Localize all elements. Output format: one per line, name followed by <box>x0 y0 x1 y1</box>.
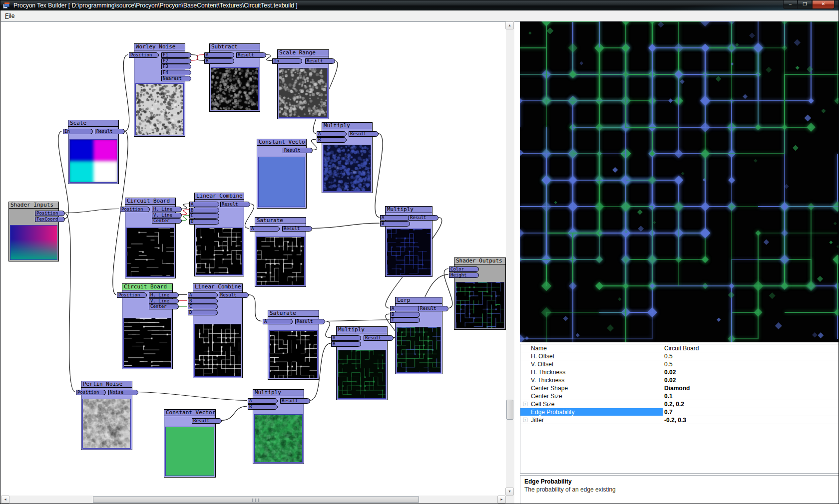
output-port-result[interactable]: Result <box>419 306 448 311</box>
output-port-result[interactable]: Result <box>283 148 313 153</box>
output-port-result[interactable]: Result <box>236 52 266 58</box>
wire-lc2-to-saturate2[interactable] <box>248 295 262 321</box>
property-value[interactable]: 0.5 <box>663 360 839 368</box>
input-port-a[interactable]: A <box>390 306 420 311</box>
node-multiply_mid[interactable]: MultiplyABResult <box>385 206 432 277</box>
input-port-a[interactable]: A <box>317 131 347 137</box>
expander-icon[interactable]: + <box>523 418 527 422</box>
input-port-b[interactable]: B <box>189 208 219 213</box>
output-port-result[interactable]: Result <box>192 418 222 424</box>
wire-lc1-to-saturate1[interactable] <box>245 204 254 229</box>
property-row-edge-probability[interactable]: Edge Probability0.7 <box>520 408 839 416</box>
wire-perlin-to-multiply_bottom[interactable] <box>138 392 247 401</box>
graph-hscrollbar[interactable]: ◄ ► <box>1 496 506 504</box>
graph-vscrollbar[interactable]: ▲ ▼ <box>506 21 514 496</box>
property-value[interactable]: 0.7 <box>663 408 839 416</box>
wire-cb1-to-lc1[interactable] <box>181 216 189 221</box>
input-port-position[interactable]: Position <box>117 292 147 298</box>
property-label[interactable]: +Cell Size <box>520 400 663 408</box>
wire-cb1-to-lc1[interactable] <box>181 210 189 215</box>
output-port-center[interactable]: Center <box>152 218 182 224</box>
node-title[interactable]: Multiply <box>322 123 372 129</box>
wire-scale-to-worley[interactable] <box>123 55 129 131</box>
node-constvec_green[interactable]: Constant VectorResult <box>164 409 216 478</box>
node-subtract[interactable]: SubtractABResult <box>209 43 260 112</box>
wire-cb1-to-lc1[interactable] <box>181 204 189 209</box>
input-port-c[interactable]: C <box>188 304 218 309</box>
node-title[interactable]: Constant Vector <box>164 410 215 416</box>
property-row-name[interactable]: NameCircuit Board <box>520 344 839 352</box>
property-label[interactable]: Center Size <box>520 392 663 400</box>
property-value[interactable]: -0.2, 0.3 <box>663 416 839 424</box>
node-scalerange[interactable]: Scale RangeInResult <box>277 49 329 119</box>
node-title[interactable]: Shader Inputs <box>9 202 58 209</box>
maximize-button[interactable]: ❐ <box>798 0 812 9</box>
menu-file[interactable]: File <box>0 10 19 21</box>
wire-saturate1-to-multiply_mid[interactable] <box>312 223 380 228</box>
input-port-a[interactable]: A <box>380 215 410 221</box>
input-port-a[interactable]: A <box>248 398 278 404</box>
property-label[interactable]: Edge Probability <box>520 408 663 416</box>
output-port-result[interactable]: Result <box>349 131 379 137</box>
property-label[interactable]: H. Offset <box>520 352 663 360</box>
output-port-result[interactable]: Result <box>282 226 312 232</box>
property-value[interactable]: 0.02 <box>663 376 839 384</box>
scroll-left-icon[interactable]: ◄ <box>1 496 9 504</box>
input-port-a[interactable]: A <box>189 202 219 207</box>
output-port-f4[interactable]: F4 <box>161 70 191 75</box>
node-graph-canvas[interactable]: Worley NoisePositionF1F2F3F4NearestSubtr… <box>1 21 506 496</box>
output-port-result[interactable]: Result <box>280 398 310 404</box>
property-row-center-shape[interactable]: Center ShapeDiamond <box>520 384 839 392</box>
output-port-result[interactable]: Result <box>409 215 438 221</box>
input-port-a[interactable]: A <box>331 335 361 341</box>
property-label[interactable]: V. Thickness <box>520 376 663 384</box>
output-port-noise[interactable]: Noise <box>108 390 138 395</box>
close-button[interactable]: ✕ <box>812 0 835 9</box>
property-value[interactable]: Diamond <box>663 384 839 392</box>
output-port-texcoord[interactable]: TexCoord <box>35 217 65 222</box>
node-title[interactable]: Circuit Board <box>122 284 172 290</box>
input-port-height[interactable]: Height <box>449 272 479 278</box>
output-port-result[interactable]: Result <box>305 58 335 64</box>
output-port-result[interactable]: Result <box>219 292 249 298</box>
output-port-position[interactable]: Position <box>35 211 65 216</box>
input-port-b[interactable]: B <box>380 221 410 227</box>
expander-icon[interactable]: + <box>523 402 527 406</box>
output-port-v-line[interactable]: V. Line <box>149 298 179 304</box>
property-row-v-thickness[interactable]: V. Thickness0.02 <box>520 376 839 384</box>
output-port-result[interactable]: Result <box>95 129 125 134</box>
wire-shaderinputs-to-scale[interactable] <box>58 131 68 219</box>
output-port-f1[interactable]: F1 <box>161 52 191 58</box>
scroll-right-icon[interactable]: ► <box>497 496 506 504</box>
input-port-a[interactable]: A <box>250 226 280 232</box>
property-value[interactable]: Circuit Board <box>663 344 839 352</box>
input-port-d[interactable]: D <box>188 310 218 315</box>
input-port-in[interactable]: In <box>272 58 302 64</box>
property-value[interactable]: 0.1 <box>663 392 839 400</box>
node-multiply_top[interactable]: MultiplyABResult <box>322 122 373 193</box>
node-title[interactable]: Lerp <box>396 297 442 304</box>
input-port-position[interactable]: Position <box>76 390 106 395</box>
node-multiply_ctr[interactable]: MultiplyABResult <box>336 326 388 400</box>
property-row-h-thickness[interactable]: H. Thickness0.02 <box>520 368 839 376</box>
node-title[interactable]: Worley Noise <box>134 44 185 50</box>
property-row-center-size[interactable]: Center Size0.1 <box>520 392 839 400</box>
node-title[interactable]: Multiply <box>253 390 304 396</box>
hscroll-thumb[interactable] <box>93 496 419 503</box>
node-title[interactable]: Linear Combine <box>195 193 244 200</box>
output-port-v-line[interactable]: V. Line <box>152 213 182 218</box>
panel-splitter[interactable] <box>514 21 520 504</box>
input-port-d[interactable]: D <box>189 219 219 225</box>
property-row-v-offset[interactable]: V. Offset0.5 <box>520 360 839 368</box>
output-port-h-line[interactable]: H. Line <box>152 207 182 212</box>
node-saturate2[interactable]: SaturateAResult <box>268 310 319 380</box>
output-port-result[interactable]: Result <box>364 335 394 341</box>
node-title[interactable]: Subtract <box>210 44 260 50</box>
node-shaderinputs[interactable]: Shader InputsPositionTexCoord <box>8 202 59 261</box>
input-port-a[interactable]: A <box>188 292 218 298</box>
input-port-color[interactable]: Color <box>449 266 479 272</box>
minimize-button[interactable]: – <box>783 0 798 9</box>
output-port-h-line[interactable]: H. Line <box>149 292 179 298</box>
input-port-a[interactable]: A <box>263 319 293 324</box>
node-perlin[interactable]: Perlin NoisePositionNoise <box>81 381 132 450</box>
